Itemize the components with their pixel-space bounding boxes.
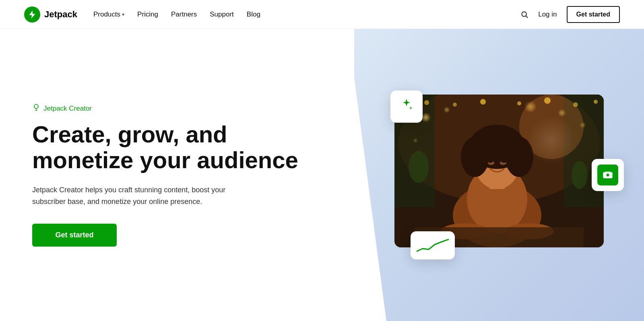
svg-point-23 (473, 129, 497, 157)
svg-point-26 (488, 161, 494, 165)
tag-line: Jetpack Creator (32, 103, 322, 113)
login-button[interactable]: Log in (538, 10, 557, 19)
svg-rect-35 (394, 95, 604, 247)
svg-point-25 (481, 127, 513, 151)
svg-point-0 (522, 12, 527, 16)
hero-left: Jetpack Creator Create, grow, and moneti… (0, 29, 354, 321)
search-icon (520, 10, 528, 19)
svg-point-27 (500, 161, 506, 165)
svg-point-20 (469, 125, 525, 169)
nav-products[interactable]: Products ▾ (93, 10, 124, 19)
nav-pricing[interactable]: Pricing (137, 10, 158, 19)
logo-icon (24, 6, 40, 23)
svg-point-24 (497, 128, 521, 156)
floating-card-sparkle (390, 91, 423, 123)
lightbulb-icon (32, 103, 40, 113)
jetpack-bolt-icon (27, 10, 37, 19)
logo-link[interactable]: Jetpack (24, 6, 77, 23)
svg-point-31 (505, 223, 553, 239)
svg-point-4 (398, 95, 600, 203)
svg-rect-3 (394, 95, 604, 247)
get-started-header-button[interactable]: Get started (567, 6, 620, 23)
svg-point-28 (487, 159, 493, 163)
svg-rect-18 (489, 169, 505, 189)
hero-section: Jetpack Creator Create, grow, and moneti… (0, 29, 644, 321)
header-right: Log in Get started (520, 6, 620, 23)
sparkle-icon (399, 98, 414, 115)
floating-card-money (592, 159, 624, 191)
nav-blog[interactable]: Blog (247, 10, 260, 19)
svg-point-34 (572, 161, 588, 189)
svg-point-13 (544, 97, 551, 104)
svg-point-37 (607, 174, 609, 177)
svg-point-17 (467, 165, 527, 233)
hero-right (354, 29, 644, 321)
svg-point-14 (573, 102, 578, 107)
main-nav: Products ▾ Pricing Partners Support Blog (93, 10, 260, 19)
chart-line-icon (417, 237, 449, 253)
hero-image-container (386, 95, 612, 255)
hero-illustration (394, 95, 604, 247)
hero-title: Create, grow, and monetize your audience (32, 121, 322, 173)
svg-point-11 (480, 99, 486, 105)
hero-description: Jetpack Creator helps you craft stunning… (32, 184, 242, 208)
svg-point-29 (501, 159, 507, 163)
svg-point-7 (519, 95, 584, 159)
svg-point-15 (594, 100, 598, 104)
svg-point-33 (409, 151, 429, 183)
svg-line-1 (526, 16, 528, 18)
hero-photo (394, 95, 604, 247)
svg-point-16 (453, 183, 541, 247)
svg-point-9 (424, 100, 429, 105)
chevron-down-icon: ▾ (122, 12, 124, 17)
svg-point-22 (505, 137, 533, 177)
floating-card-chart (411, 231, 455, 259)
svg-point-10 (453, 103, 457, 107)
nav-support[interactable]: Support (210, 10, 234, 19)
svg-point-19 (475, 141, 519, 189)
logo-text: Jetpack (44, 9, 77, 20)
site-header: Jetpack Products ▾ Pricing Partners Supp… (0, 0, 644, 29)
nav-partners[interactable]: Partners (171, 10, 197, 19)
tag-text: Jetpack Creator (43, 105, 92, 113)
search-button[interactable] (520, 10, 528, 19)
get-started-hero-button[interactable]: Get started (32, 224, 117, 247)
money-icon (597, 165, 618, 185)
svg-point-21 (461, 137, 489, 177)
header-left: Jetpack Products ▾ Pricing Partners Supp… (24, 6, 260, 23)
svg-point-12 (517, 101, 521, 105)
